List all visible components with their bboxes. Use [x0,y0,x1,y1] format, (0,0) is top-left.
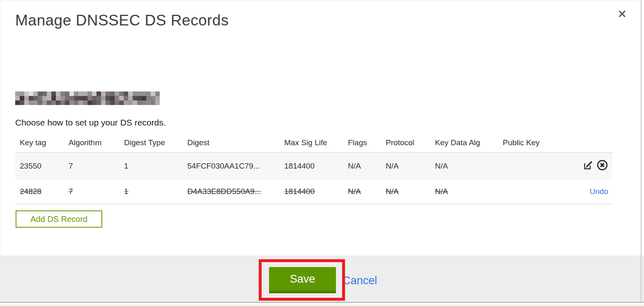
cell-algorithm: 7 [64,180,120,204]
add-ds-record-button[interactable]: Add DS Record [16,210,102,228]
cell-max-sig-life: 1814400 [280,152,343,180]
cell-public-key [498,180,552,204]
col-header-key-data-alg: Key Data Alg [430,136,498,152]
cell-key-data-alg: N/A [430,180,498,204]
cell-flags: N/A [343,180,381,204]
cell-digest: D4A33E8DD550A9... [183,180,280,204]
cell-flags: N/A [343,152,381,180]
table-row: 23550 7 1 54FCF030AA1C79... 1814400 N/A … [15,152,612,180]
save-button[interactable]: Save [269,267,336,293]
cell-digest-type: 1 [120,180,183,204]
delete-icon[interactable] [596,159,608,173]
col-header-algorithm: Algorithm [64,136,120,152]
col-header-protocol: Protocol [381,136,430,152]
table-header-row: Key tag Algorithm Digest Type Digest Max… [15,136,612,152]
modal-window: ✕ Manage DNSSEC DS Records Choose how to… [0,0,644,306]
cell-protocol: N/A [381,180,430,204]
cancel-link[interactable]: Cancel [343,274,377,287]
page-title: Manage DNSSEC DS Records [15,12,229,29]
col-header-key-tag: Key tag [15,136,64,152]
cell-digest-type: 1 [120,152,183,180]
cell-actions [552,152,612,180]
page-background-strip [0,304,644,306]
cell-actions: Undo [552,180,612,204]
col-header-digest-type: Digest Type [120,136,183,152]
cell-algorithm: 7 [64,152,120,180]
edit-icon[interactable] [583,160,594,173]
col-header-flags: Flags [343,136,381,152]
cell-digest: 54FCF030AA1C79... [183,152,280,180]
close-icon[interactable]: ✕ [617,9,627,20]
window-right-border [641,0,642,303]
cell-key-data-alg: N/A [430,152,498,180]
undo-link[interactable]: Undo [590,187,608,196]
cell-key-tag: 24828 [15,180,64,204]
cell-public-key [498,152,552,180]
cell-protocol: N/A [381,152,430,180]
col-header-actions [552,136,612,152]
instruction-text: Choose how to set up your DS records. [15,118,166,128]
ds-records-table: Key tag Algorithm Digest Type Digest Max… [15,136,612,204]
col-header-digest: Digest [183,136,280,152]
cell-key-tag: 23550 [15,152,64,180]
table-row-deleted: 24828 7 1 D4A33E8DD550A9... 1814400 N/A … [15,180,612,204]
col-header-max-sig-life: Max Sig Life [280,136,343,152]
col-header-public-key: Public Key [498,136,552,152]
redacted-domain-name [15,91,160,105]
cell-max-sig-life: 1814400 [280,180,343,204]
